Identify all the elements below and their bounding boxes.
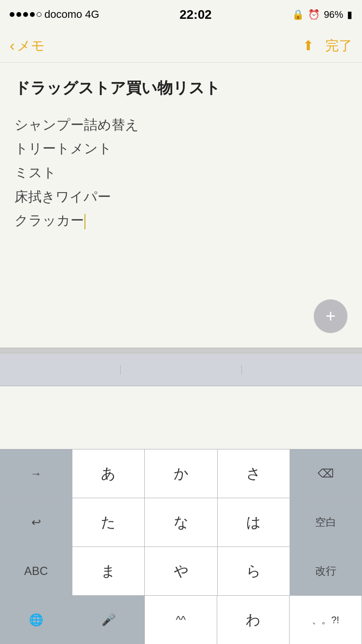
kb-ma[interactable]: ま (72, 547, 145, 595)
note-line-3: ミスト (14, 161, 348, 184)
kb-delete[interactable]: ⌫ (290, 449, 362, 498)
note-line-5-text: クラッカー (14, 213, 84, 228)
status-right: 🔒 ⏰ 96% ▮ (292, 9, 352, 20)
keyboard: → あ か さ ⌫ ↩ た な は 空白 (0, 449, 362, 644)
kb-mic[interactable]: 🎤 (72, 596, 145, 644)
status-time: 22:02 (180, 7, 212, 22)
dot3 (23, 12, 28, 17)
delete-icon: ⌫ (318, 467, 334, 480)
kb-ha[interactable]: は (218, 498, 290, 546)
battery-bar: ▮ (347, 9, 352, 20)
dot1 (10, 12, 14, 17)
kb-globe[interactable]: 🌐 (0, 596, 72, 644)
kb-na[interactable]: な (145, 498, 217, 546)
kb-undo[interactable]: ↩ (0, 498, 72, 546)
back-button[interactable]: ‹ メモ (10, 37, 45, 55)
network-type: 4G (85, 8, 99, 21)
nav-bar: ‹ メモ ⬆ 完了 (0, 29, 362, 63)
done-button[interactable]: 完了 (325, 37, 352, 55)
battery-level: 96% (324, 9, 343, 20)
note-body[interactable]: シャンプー詰め替え トリートメント ミスト 床拭きワイパー クラッカー (14, 113, 348, 232)
mic-icon: 🎤 (101, 613, 116, 627)
keyboard-divider (0, 348, 362, 353)
note-title: ドラッグストア買い物リスト (14, 77, 348, 99)
kb-enter[interactable]: 改行 (290, 547, 362, 595)
kb-abc[interactable]: ABC (0, 547, 72, 595)
status-bar: docomo 4G 22:02 🔒 ⏰ 96% ▮ (0, 0, 362, 29)
dot5 (37, 12, 42, 17)
kb-ya[interactable]: や (145, 547, 217, 595)
kb-wa[interactable]: わ (217, 596, 290, 644)
kb-a[interactable]: あ (72, 449, 145, 498)
text-cursor (84, 214, 85, 229)
note-area[interactable]: ドラッグストア買い物リスト シャンプー詰め替え トリートメント ミスト 床拭きワ… (0, 63, 362, 348)
plus-icon: + (325, 308, 335, 325)
suggestion-1[interactable] (0, 365, 121, 375)
chevron-left-icon: ‹ (10, 37, 15, 55)
suggestion-3[interactable] (242, 365, 362, 375)
suggestions-bar (0, 353, 362, 386)
suggestion-2[interactable] (121, 365, 241, 375)
note-line-4: 床拭きワイパー (14, 185, 348, 209)
lock-icon: 🔒 (292, 9, 304, 20)
carrier-name: docomo (44, 8, 82, 21)
share-icon[interactable]: ⬆ (303, 38, 314, 54)
note-line-5: クラッカー (14, 209, 348, 232)
kb-row-4: 🌐 🎤 ^^ わ 、。?! (0, 595, 362, 644)
kb-small-tsu[interactable]: ^^ (145, 596, 217, 644)
note-line-2: トリートメント (14, 137, 348, 160)
kb-ka[interactable]: か (145, 449, 217, 498)
signal-dots (10, 12, 42, 17)
kb-punctuation[interactable]: 、。?! (290, 596, 362, 644)
kb-row-2: ↩ た な は 空白 (0, 498, 362, 546)
kb-sa[interactable]: さ (218, 449, 290, 498)
dot4 (30, 12, 35, 17)
kb-arrow-right[interactable]: → (0, 449, 72, 498)
kb-row-3: ABC ま や ら 改行 (0, 546, 362, 595)
nav-actions: ⬆ 完了 (303, 37, 352, 55)
kb-row-1: → あ か さ ⌫ (0, 449, 362, 498)
dot2 (16, 12, 21, 17)
note-line-1: シャンプー詰め替え (14, 113, 348, 137)
undo-icon: ↩ (31, 516, 41, 529)
alarm-icon: ⏰ (308, 9, 320, 20)
globe-icon: 🌐 (29, 613, 43, 627)
status-left: docomo 4G (10, 8, 99, 21)
add-button[interactable]: + (314, 299, 348, 333)
back-label: メモ (17, 37, 45, 55)
kb-ta[interactable]: た (72, 498, 145, 546)
kb-space[interactable]: 空白 (290, 498, 362, 546)
kb-ra[interactable]: ら (218, 547, 290, 595)
